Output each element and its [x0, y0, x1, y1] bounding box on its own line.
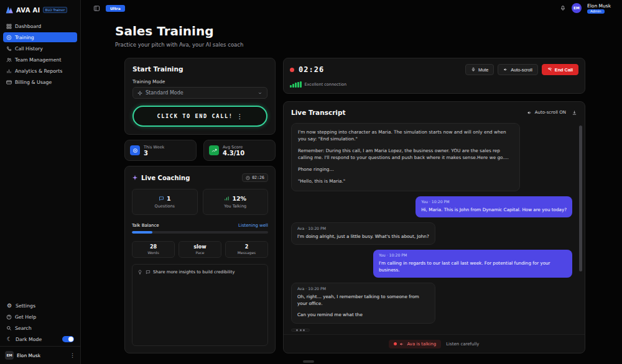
live-coaching-card: Live Coaching 02:26 1	[124, 166, 276, 353]
app-root: AVA AI BLO Trainer Dashboard Training Ca…	[0, 0, 622, 364]
sidebar-item-billing[interactable]: Billing & Usage	[3, 77, 77, 87]
transcript-intro-message: I'm now stepping into character as Maria…	[291, 123, 520, 191]
message-text: Can you remind me what the	[297, 312, 429, 318]
user-name: Elon Musk	[17, 353, 40, 358]
download-icon[interactable]	[572, 110, 577, 116]
sidebar-item-search[interactable]: Search	[3, 323, 77, 333]
recording-dot	[290, 68, 294, 72]
sidebar-item-training[interactable]: Training	[3, 32, 77, 42]
sidebar-user[interactable]: EM Elon Musk ⋮	[0, 346, 80, 364]
sidebar-item-analytics[interactable]: Analytics & Reports	[3, 66, 77, 76]
search-icon	[6, 325, 12, 331]
sidebar-nav: Dashboard Training Call History Team Man…	[0, 19, 80, 89]
messages-metric: 2 Messages	[225, 241, 268, 258]
bar-chart-icon	[6, 68, 12, 74]
ava-talking-badge: Ava is talking	[389, 340, 441, 348]
intro-paragraph: Remember: During this call, I am Maria L…	[298, 148, 513, 162]
mic-icon	[471, 67, 476, 72]
call-timer: 02:26	[299, 65, 324, 74]
sidebar-footer: ⚙ Settings Get Help Search ☾ Dark Mode	[0, 299, 80, 346]
questions-stat: 1 Questions	[132, 189, 198, 215]
credit-card-icon	[6, 80, 12, 85]
sidebar-item-settings[interactable]: ⚙ Settings	[3, 301, 77, 311]
sparkles-icon	[132, 175, 138, 181]
card-title: Start Training	[132, 65, 267, 73]
stat-value: 4.3/10	[223, 150, 244, 157]
connection-status: Excellent connection	[305, 82, 347, 87]
ava-message-bubble: Ava · 10:20 PM Oh, right… yeah, I rememb…	[291, 283, 435, 323]
sidebar-item-team-management[interactable]: Team Management	[3, 55, 77, 65]
mute-button[interactable]: Mute	[465, 64, 494, 75]
transcript-body: I'm now stepping into character as Maria…	[284, 121, 585, 334]
message-text: I'm doing alright, just a little busy. W…	[297, 234, 429, 240]
user-name: Elon Musk	[587, 3, 611, 9]
stat-label: Avg Score	[223, 145, 244, 150]
chat-bubble-icon	[159, 196, 164, 201]
transcript-scrollbar[interactable]	[579, 125, 582, 271]
trending-up-icon	[209, 145, 219, 155]
talking-label: You Talking	[224, 204, 246, 209]
training-mode-select[interactable]: Standard Mode	[132, 87, 267, 99]
topbar-right: EM Elon Musk Admin	[560, 3, 611, 14]
users-icon	[6, 57, 12, 63]
kebab-menu-icon[interactable]: ⋮	[70, 352, 75, 358]
horizontal-scrollbar[interactable]	[303, 360, 314, 363]
live-transcript-card: Live Transcript Auto-scroll ON	[283, 101, 585, 353]
questions-label: Questions	[155, 204, 175, 209]
columns: Start Training Training Mode Standard Mo…	[124, 58, 622, 353]
card-title: Live Coaching	[141, 175, 190, 181]
intro-paragraph: I'm now stepping into character as Maria…	[298, 129, 513, 143]
phone-off-icon	[547, 67, 552, 72]
avatar[interactable]: EM	[572, 3, 582, 13]
end-call-big-button[interactable]: CLICK TO END CALL! ⋮	[132, 106, 267, 127]
sidebar-item-call-history[interactable]: Call History	[3, 43, 77, 53]
listen-hint: Listen carefully	[446, 342, 479, 347]
message-row: Ava · 10:20 PM I'm doing alright, just a…	[291, 222, 572, 245]
gear-icon: ⚙	[6, 303, 12, 309]
status-dot	[394, 342, 397, 345]
auto-scroll-toggle[interactable]: Auto-scroll ON	[527, 110, 566, 116]
clock-icon	[246, 176, 250, 180]
content: Sales Training Practice your pitch with …	[81, 16, 622, 364]
talk-balance-label: Talk Balance	[132, 223, 159, 228]
user-message-bubble: You · 10:20 PM I'm calling in regards to…	[373, 250, 572, 278]
message-meta: Ava · 10:20 PM	[297, 226, 429, 232]
sidebar-toggle-icon[interactable]	[93, 5, 100, 12]
message-row: Ava · 10:20 PM Oh, right… yeah, I rememb…	[291, 283, 572, 323]
phone-icon	[6, 46, 12, 52]
lightbulb-icon	[137, 270, 142, 275]
sidebar-item-label: Analytics & Reports	[15, 68, 62, 74]
message-text: Hi, Maria. This is John from Dynamic Cap…	[421, 207, 567, 213]
sidebar-item-label: Dashboard	[15, 24, 41, 29]
left-column: Start Training Training Mode Standard Mo…	[124, 58, 276, 353]
dark-mode-toggle[interactable]	[62, 336, 74, 342]
coaching-timer: 02:26	[252, 175, 264, 180]
sidebar-item-get-help[interactable]: Get Help	[3, 312, 77, 322]
coaching-tip-box: Share more insights to build credibility	[132, 264, 268, 346]
stats-row: This Week 3 Avg Score 4.3/10	[124, 140, 276, 161]
sidebar-item-label: Get Help	[15, 314, 36, 320]
intro-paragraph: Phone ringing…	[298, 166, 513, 173]
brand-name: AVA AI	[16, 7, 40, 14]
avg-score-stat-card: Avg Score 4.3/10	[203, 140, 276, 161]
plan-badge: Ultra	[106, 5, 125, 12]
intro-paragraph: "Hello, this is Maria."	[298, 178, 513, 185]
end-call-button[interactable]: End Call	[542, 64, 578, 75]
message-text: I'm calling in regards to our last call …	[379, 260, 567, 273]
sidebar-item-dark-mode[interactable]: ☾ Dark Mode	[3, 334, 77, 344]
chevron-down-icon	[258, 91, 262, 96]
sidebar: AVA AI BLO Trainer Dashboard Training Ca…	[0, 0, 81, 364]
speaker-icon	[527, 110, 532, 116]
bar-chart-icon	[224, 196, 230, 201]
auto-scroll-button[interactable]: Auto-scroll	[498, 64, 537, 75]
sidebar-item-dashboard[interactable]: Dashboard	[3, 21, 77, 31]
message-meta: You · 10:20 PM	[379, 253, 567, 258]
notifications-bell-icon[interactable]	[560, 5, 566, 11]
transcript-footer: Ava is talking Listen carefully	[284, 334, 585, 353]
sidebar-item-label: Call History	[15, 46, 43, 52]
talking-value: 12%	[232, 195, 246, 202]
sidebar-item-label: Training	[15, 35, 34, 40]
user-message-bubble: You · 10:20 PM Hi, Maria. This is John f…	[415, 196, 572, 217]
words-label: Words	[147, 250, 159, 255]
this-week-stat-card: This Week 3	[124, 140, 197, 161]
